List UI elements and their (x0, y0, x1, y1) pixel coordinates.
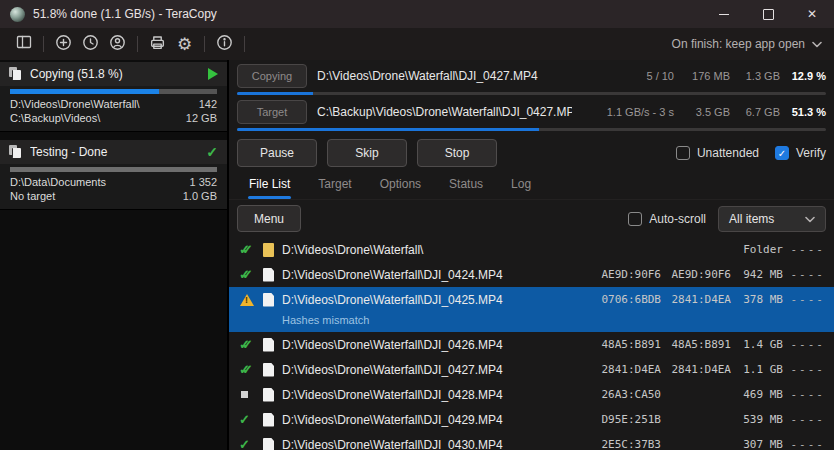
toggle-sidebar-button[interactable] (10, 32, 37, 56)
tab-options[interactable]: Options (368, 173, 433, 199)
target-hash: AE9D:90F6 (661, 268, 731, 281)
file-icon (263, 438, 282, 450)
task-file-count: 142 (199, 97, 217, 111)
check-icon: ✓ (239, 413, 250, 426)
task-source-path: D:\Data\Documents (10, 175, 106, 189)
task-progress (0, 86, 227, 96)
copied-size: 176 MB (674, 70, 730, 82)
on-finish-dropdown[interactable]: On finish: keep app open (672, 37, 822, 51)
tab-log[interactable]: Log (499, 173, 543, 199)
pause-button[interactable]: Pause (237, 139, 317, 167)
copying-chip[interactable]: Copying (237, 64, 307, 88)
file-size: 378 MB (731, 293, 783, 306)
total-progress-bar (237, 128, 826, 131)
file-icon (263, 363, 282, 377)
target-chip[interactable]: Target (237, 100, 307, 124)
chevron-down-icon (805, 212, 815, 226)
source-hash: 48A5:B891 (591, 338, 661, 351)
source-hash: 2841:D4EA (591, 363, 661, 376)
verify-label: Verify (796, 146, 826, 160)
file-icon (263, 268, 282, 282)
target-stats: 1.1 GB/s - 3 s 3.5 GB 6.7 GB 51.3 % (582, 106, 826, 118)
task-target-path: No target (10, 189, 55, 203)
settings-button[interactable]: ⚙ (171, 32, 198, 56)
file-size: 469 MB (731, 388, 783, 401)
task-details: D:\Videos\Drone\Waterfall\142 C:\Backup\… (0, 96, 227, 131)
main-panel: Copying D:\Videos\Drone\Waterfall\DJI_04… (229, 60, 834, 450)
play-icon (208, 68, 218, 80)
autoscroll-checkbox[interactable]: Auto-scroll (628, 212, 706, 226)
minimize-icon (719, 14, 729, 15)
file-icon (263, 413, 282, 427)
copy-pages-icon (9, 145, 22, 159)
target-hash: 2841:D4EA (661, 293, 731, 306)
account-button[interactable] (104, 32, 131, 56)
teracopy-window: 51.8% done (1.1 GB/s) - TeraCopy ✕ ⚙ (0, 0, 834, 450)
file-age: ---- (783, 388, 825, 401)
task-sidebar: Copying (51.8 %) D:\Videos\Drone\Waterfa… (0, 60, 229, 450)
stop-button[interactable]: Stop (417, 139, 497, 167)
unattended-checkbox[interactable]: Unattended (676, 146, 759, 160)
task-item-testing[interactable]: Testing - Done ✓ D:\Data\Documents1 352 … (0, 140, 227, 210)
close-button[interactable]: ✕ (790, 0, 834, 28)
task-item-copying[interactable]: Copying (51.8 %) D:\Videos\Drone\Waterfa… (0, 62, 227, 132)
maximize-button[interactable] (746, 0, 790, 28)
tab-file-list[interactable]: File List (237, 173, 302, 199)
toolbar-separator (43, 36, 44, 52)
source-hash: 26A3:CA50 (591, 388, 661, 401)
file-row[interactable]: ✓✓ D:\Videos\Drone\Waterfall\DJI_0426.MP… (229, 332, 834, 357)
history-button[interactable] (77, 32, 104, 56)
print-button[interactable] (144, 32, 171, 56)
status-icon: ✓✓ (239, 243, 263, 256)
file-icon (263, 388, 282, 402)
source-hash: 0706:6BDB (591, 293, 661, 306)
filter-dropdown[interactable]: All items (718, 206, 826, 232)
minimize-button[interactable] (702, 0, 746, 28)
pending-square-icon (241, 391, 248, 398)
panel-icon (16, 34, 32, 54)
skip-button[interactable]: Skip (327, 139, 407, 167)
check-icon: ✓ (239, 438, 250, 450)
file-age: ---- (783, 363, 825, 376)
file-row[interactable]: ✓✓ D:\Videos\Drone\Waterfall\DJI_0424.MP… (229, 262, 834, 287)
tab-target[interactable]: Target (306, 173, 363, 199)
file-size: 539 MB (731, 413, 783, 426)
file-size: 1.3 GB (730, 70, 780, 82)
source-stats: 5 / 10 176 MB 1.3 GB 12.9 % (582, 70, 826, 82)
toolbar-separator (137, 36, 138, 52)
file-row[interactable]: ✓ D:\Videos\Drone\Waterfall\DJI_0429.MP4… (229, 407, 834, 432)
target-path: C:\Backup\Videos\Drone\Waterfall\DJI_042… (317, 105, 572, 119)
task-progress-fill (10, 89, 159, 94)
checkbox-icon (628, 212, 642, 226)
file-row[interactable]: ✓✓ D:\Videos\Drone\Waterfall\DJI_0427.MP… (229, 357, 834, 382)
transferred-size: 3.5 GB (674, 106, 730, 118)
task-source-path: D:\Videos\Drone\Waterfall\ (10, 97, 140, 111)
files-progress: 5 / 10 (582, 70, 674, 82)
verify-checkbox[interactable]: ✓ Verify (775, 146, 826, 160)
user-circle-icon (109, 34, 126, 55)
clock-icon (82, 34, 99, 55)
file-row[interactable]: ✓✓ D:\Videos\Drone\Waterfall\ Folder ---… (229, 237, 834, 262)
source-hash: D95E:251B (591, 413, 661, 426)
file-row[interactable]: D:\Videos\Drone\Waterfall\DJI_0425.MP4 0… (229, 287, 834, 332)
file-age: ---- (783, 243, 825, 256)
file-age: ---- (783, 338, 825, 351)
new-task-button[interactable] (50, 32, 77, 56)
window-controls: ✕ (702, 0, 834, 28)
info-icon (216, 34, 233, 55)
main-toolbar: ⚙ On finish: keep app open (0, 28, 834, 60)
target-hash: 48A5:B891 (661, 338, 731, 351)
task-target-path: C:\Backup\Videos\ (10, 111, 100, 125)
copy-pages-icon (9, 67, 22, 81)
chevron-down-icon (812, 37, 822, 51)
option-checkboxes: Unattended ✓ Verify (676, 146, 826, 160)
about-button[interactable] (211, 32, 238, 56)
toolbar-separator (204, 36, 205, 52)
file-row[interactable]: D:\Videos\Drone\Waterfall\DJI_0428.MP4 2… (229, 382, 834, 407)
file-row[interactable]: ✓ D:\Videos\Drone\Waterfall\DJI_0430.MP4… (229, 432, 834, 450)
source-progress-bar (237, 92, 826, 95)
tab-status[interactable]: Status (437, 173, 495, 199)
file-path: D:\Videos\Drone\Waterfall\DJI_0426.MP4 (282, 338, 591, 352)
file-age: ---- (783, 438, 825, 450)
menu-button[interactable]: Menu (237, 205, 301, 232)
